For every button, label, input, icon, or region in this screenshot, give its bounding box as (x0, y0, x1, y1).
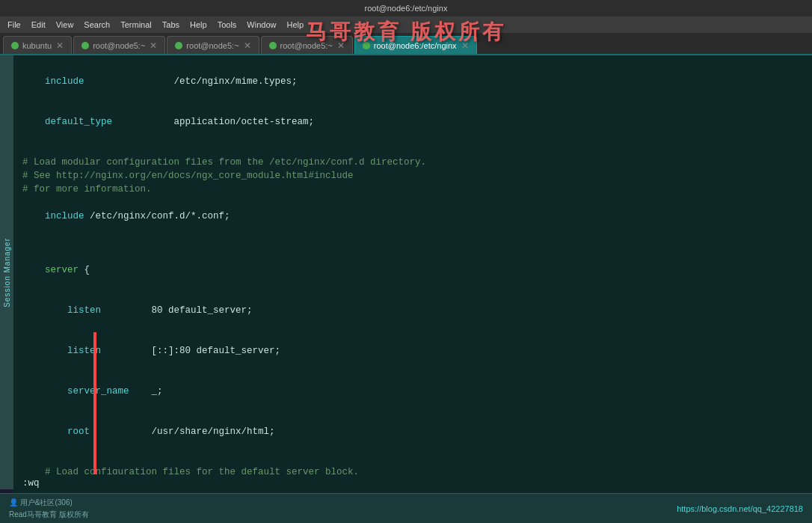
tab-icon-node5-2 (175, 42, 182, 49)
tab-close-kubuntu[interactable]: ✕ (56, 40, 64, 51)
code-line-listen-ipv6: listen [::]:80 default_server; (22, 331, 803, 371)
code-line-servername: server_name _; (22, 371, 803, 412)
tab-node5-3[interactable]: root@node5:~ ✕ (261, 36, 353, 54)
tab-label-node5-3: root@node5:~ (280, 41, 333, 50)
code-line-listen80: listen 80 default_server; (22, 290, 803, 331)
menu-view[interactable]: View (52, 19, 79, 31)
tab-icon-node5-3 (269, 42, 277, 49)
tab-label-node6: root@node6:/etc/nginx (374, 41, 457, 50)
code-line-include-conf: include /etc/nginx/conf.d/*.conf; (22, 196, 803, 236)
status-left: 👤 用户&社区(306) Read马哥教育 版权所有 (9, 498, 89, 520)
tab-label-node5-2: root@node5:~ (186, 41, 239, 50)
code-line-comment1: # Load modular configuration files from … (22, 156, 803, 169)
menu-window[interactable]: Window (242, 19, 280, 31)
code-line-blank3 (22, 452, 803, 465)
code-line-server: server { (22, 250, 803, 290)
status-community-text: 用户&社区(306) (20, 498, 73, 507)
session-manager-label: Session Manager (3, 238, 11, 308)
menu-tabs[interactable]: Tabs (158, 19, 184, 31)
terminal-area[interactable]: include /etc/nginx/mime.types; default_t… (13, 55, 812, 493)
title-bar: root@node6:/etc/nginx (0, 0, 812, 16)
title-text: root@node6:/etc/nginx (365, 4, 448, 13)
tab-icon-node5-1 (81, 42, 89, 49)
tab-node6-nginx[interactable]: root@node6:/etc/nginx ✕ (354, 36, 477, 54)
tab-icon-kubuntu (11, 42, 19, 49)
code-line-comment2: # See http://nginx.org/en/docs/ngx_core_… (22, 169, 803, 183)
tab-node5-2[interactable]: root@node5:~ ✕ (167, 36, 259, 54)
tab-label-node5-1: root@node5:~ (93, 41, 145, 50)
code-line-comment3: # for more information. (22, 183, 803, 196)
tab-node5-1[interactable]: root@node5:~ ✕ (73, 36, 165, 54)
tab-bar: kubuntu ✕ root@node5:~ ✕ root@node5:~ ✕ … (0, 33, 812, 55)
menu-bar: File Edit View Search Terminal Tabs Help… (0, 16, 812, 33)
tab-kubuntu[interactable]: kubuntu ✕ (3, 36, 72, 54)
menu-terminal[interactable]: Terminal (116, 19, 156, 31)
session-manager-sidebar[interactable]: Session Manager (0, 55, 13, 489)
status-community-icon: 👤 (9, 498, 18, 507)
tab-close-node5-3[interactable]: ✕ (337, 40, 345, 51)
menu-edit[interactable]: Edit (27, 19, 50, 31)
menu-search[interactable]: Search (79, 19, 114, 31)
code-line-blank2 (22, 236, 803, 250)
code-line-root: root /usr/share/nginx/html; (22, 412, 803, 452)
vim-cmdline: :wq (13, 474, 812, 492)
menu-help2[interactable]: Help (282, 19, 308, 31)
menu-file[interactable]: File (3, 19, 25, 31)
tab-close-node6[interactable]: ✕ (461, 40, 469, 51)
menu-help1[interactable]: Help (185, 19, 212, 31)
code-line-blank1 (22, 142, 803, 156)
status-line2: Read马哥教育 版权所有 (9, 510, 89, 520)
status-url[interactable]: https://blog.csdn.net/qq_42227818 (677, 504, 803, 513)
menu-tools[interactable]: Tools (213, 19, 242, 31)
tab-close-node5-1[interactable]: ✕ (150, 40, 157, 51)
status-line1: 👤 用户&社区(306) (9, 498, 89, 508)
status-bar: 👤 用户&社区(306) Read马哥教育 版权所有 https://blog.… (0, 493, 812, 523)
code-line-1: include /etc/nginx/mime.types; (22, 61, 803, 102)
tab-close-node5-2[interactable]: ✕ (244, 40, 251, 51)
vim-command-text: :wq (22, 478, 40, 489)
tab-label-kubuntu: kubuntu (22, 41, 52, 50)
tab-icon-node6 (363, 42, 370, 49)
code-line-2: default_type application/octet-stream; (22, 102, 803, 142)
